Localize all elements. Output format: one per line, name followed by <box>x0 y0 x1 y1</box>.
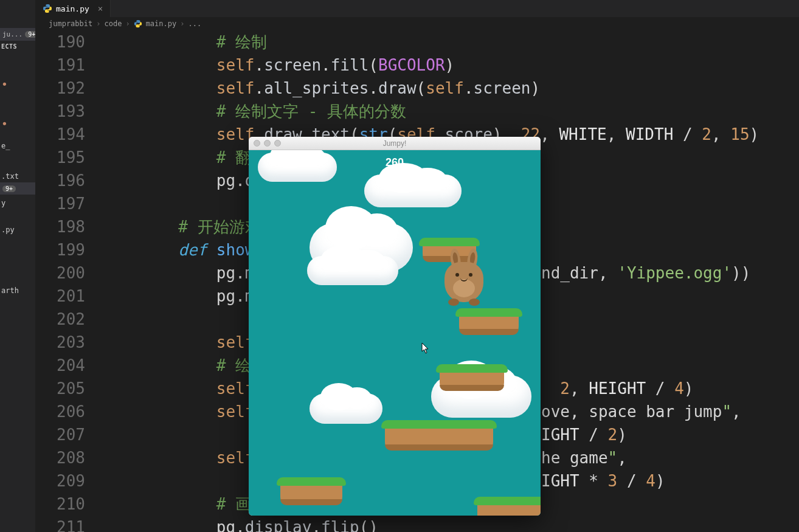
breadcrumb[interactable]: jumprabbit › code › main.py › ... <box>35 17 799 30</box>
code-content-tail: IGHT * 3 / 4) <box>541 469 665 492</box>
code-content-tail: ove, space bar jump", <box>541 400 741 423</box>
explorer-section-label: ECTS <box>0 41 35 52</box>
code-content-tail: nd_dir, 'Yippee.ogg')) <box>541 261 750 285</box>
line-number: 191 <box>35 54 102 77</box>
breadcrumb-seg[interactable]: ... <box>188 19 201 28</box>
breadcrumb-seg[interactable]: code <box>104 19 122 28</box>
line-number: 193 <box>35 100 102 123</box>
pygame-window[interactable]: Jumpy! 260 <box>249 137 541 516</box>
mouse-cursor-icon <box>421 342 430 354</box>
line-number: 198 <box>35 215 102 238</box>
file-explorer-sidebar[interactable]: ju... 9+ ECTS • • e_ .txt 9+ y .py arth <box>0 0 35 532</box>
folder-name: ju... <box>2 30 22 38</box>
changes-badge: 9+ <box>25 31 35 38</box>
code-content-tail: he game", <box>541 446 627 469</box>
line-number: 195 <box>35 146 102 169</box>
python-file-icon <box>43 4 52 13</box>
line-number: 211 <box>35 516 102 532</box>
code-line[interactable]: 211 pg.display.flip() <box>35 516 799 532</box>
sidebar-file-fragment-e[interactable]: e_ <box>0 140 35 152</box>
cloud-sprite <box>258 153 337 182</box>
code-line[interactable]: 192 self.all_sprites.draw(self.screen) <box>35 77 799 100</box>
platform-sprite <box>381 420 497 451</box>
modified-dot-icon: • <box>1 79 8 91</box>
code-content[interactable]: self.screen.fill(BGCOLOR) <box>102 54 799 77</box>
chevron-right-icon: › <box>125 19 130 28</box>
code-content[interactable]: # 绘制文字 - 具体的分数 <box>102 100 799 123</box>
platform-sprite <box>277 477 346 505</box>
line-number: 203 <box>35 331 102 354</box>
changes-count-badge: 9+ <box>2 185 16 192</box>
modified-dot-icon: • <box>1 119 8 130</box>
sidebar-item-modified-2[interactable]: • <box>0 119 35 131</box>
python-file-icon <box>134 19 142 28</box>
cloud-sprite <box>364 174 462 207</box>
line-number: 207 <box>35 423 102 446</box>
cloud-sprite <box>310 393 382 424</box>
sidebar-item-modified[interactable]: • <box>0 79 35 92</box>
code-content-tail: 2, HEIGHT / 4) <box>541 377 693 400</box>
editor-tab-bar: main.py × <box>35 0 799 17</box>
sidebar-file-fragment-py[interactable]: .py <box>0 224 35 236</box>
breadcrumb-seg[interactable]: main.py <box>146 19 177 28</box>
line-number: 192 <box>35 77 102 100</box>
code-line[interactable]: 193 # 绘制文字 - 具体的分数 <box>35 100 799 123</box>
line-number: 209 <box>35 469 102 492</box>
game-canvas[interactable]: 260 <box>249 150 541 516</box>
sidebar-item-changes[interactable]: 9+ <box>0 182 35 195</box>
line-number: 199 <box>35 238 102 261</box>
code-content[interactable]: # 绘制 <box>102 30 799 54</box>
line-number: 206 <box>35 400 102 423</box>
line-number: 197 <box>35 192 102 215</box>
line-number: 202 <box>35 308 102 331</box>
line-number: 190 <box>35 30 102 54</box>
code-line[interactable]: 190 # 绘制 <box>35 30 799 54</box>
code-line[interactable]: 191 self.screen.fill(BGCOLOR) <box>35 54 799 77</box>
tab-filename: main.py <box>56 4 89 13</box>
line-number: 205 <box>35 377 102 400</box>
tab-main-py[interactable]: main.py × <box>35 0 111 17</box>
line-number: 194 <box>35 123 102 146</box>
platform-sprite <box>455 308 522 335</box>
line-number: 210 <box>35 492 102 516</box>
cloud-sprite <box>307 256 398 285</box>
platform-sprite <box>436 364 508 391</box>
platform-sprite <box>474 497 541 516</box>
line-number: 201 <box>35 285 102 308</box>
line-number: 200 <box>35 261 102 285</box>
breadcrumb-seg[interactable]: jumprabbit <box>49 19 92 28</box>
sidebar-file-fragment-y[interactable]: y <box>0 197 35 209</box>
sidebar-file-fragment-txt[interactable]: .txt <box>0 170 35 182</box>
code-content[interactable]: pg.display.flip() <box>102 516 799 532</box>
player-bunny-sprite <box>440 251 488 306</box>
tab-close-icon[interactable]: × <box>98 4 103 13</box>
line-number: 196 <box>35 169 102 192</box>
line-number: 204 <box>35 354 102 377</box>
open-editor-folder[interactable]: ju... 9+ <box>0 28 35 41</box>
window-titlebar[interactable]: Jumpy! <box>249 137 541 150</box>
line-number: 208 <box>35 446 102 469</box>
sidebar-file-fragment-arth[interactable]: arth <box>0 285 35 297</box>
window-title: Jumpy! <box>249 139 541 148</box>
code-content[interactable]: self.all_sprites.draw(self.screen) <box>102 77 799 100</box>
code-content-tail: IGHT / 2) <box>541 423 627 446</box>
chevron-right-icon: › <box>180 19 184 28</box>
chevron-right-icon: › <box>96 19 100 28</box>
